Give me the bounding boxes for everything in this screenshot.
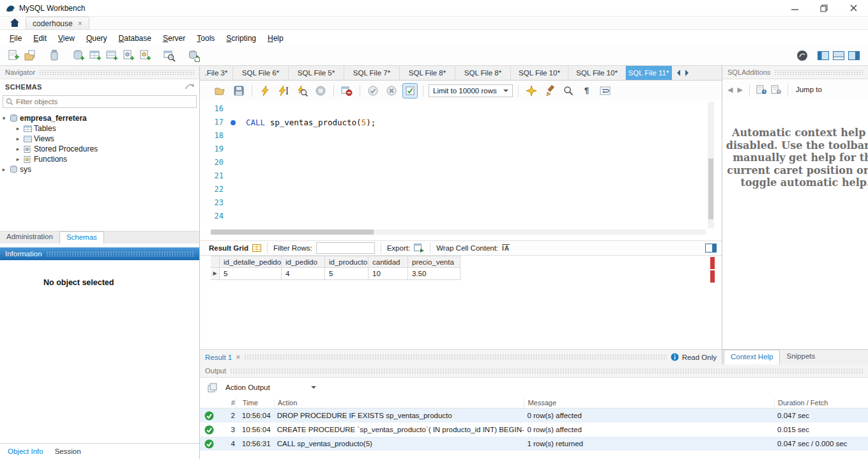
find-panel-button[interactable] (561, 83, 576, 98)
stop-execution-button[interactable] (313, 83, 328, 98)
maximize-button[interactable] (809, 0, 839, 16)
connection-tab-coderhouse[interactable]: coderhouse × (26, 17, 89, 29)
tab-snippets[interactable]: Snippets (780, 350, 821, 364)
grid-side-panel-toggle-icon[interactable] (705, 244, 717, 254)
column-header[interactable]: id_pedido (282, 256, 325, 268)
column-header[interactable]: cantidad (369, 256, 408, 268)
minimize-button[interactable] (780, 0, 809, 16)
tab-object-info[interactable]: Object Info (8, 447, 43, 455)
cell[interactable]: 10 (369, 268, 408, 280)
limit-rows-dropdown[interactable]: Limit to 10000 rows (429, 84, 513, 97)
menu-item-database[interactable]: Database (113, 32, 157, 45)
expander-collapsed-icon[interactable]: ▸ (14, 156, 22, 162)
tree-item-sys-schema[interactable]: ▸ sys (0, 164, 199, 175)
menu-item-edit[interactable]: Edit (27, 32, 52, 45)
tree-item-stored-procedures[interactable]: ▸ Stored Procedures (0, 144, 199, 154)
expander-collapsed-icon[interactable]: ▸ (14, 136, 22, 142)
expander-collapsed-icon[interactable]: ▸ (14, 146, 22, 152)
result-1-tab[interactable]: Result 1 (205, 354, 232, 361)
cell[interactable]: 5 (220, 268, 282, 280)
editor-horizontal-scrollbar[interactable] (211, 230, 706, 235)
help-forward-icon[interactable]: ▶ (737, 86, 742, 94)
column-header[interactable]: precio_venta (408, 256, 461, 268)
sql-tab-4[interactable]: SQL File 8* (400, 66, 455, 80)
tab-session[interactable]: Session (55, 447, 81, 455)
menu-item-help[interactable]: Help (262, 32, 289, 45)
export-icon[interactable] (414, 244, 424, 253)
wrap-cell-content-icon[interactable]: IA (502, 244, 510, 252)
column-header[interactable]: id_producto (325, 256, 369, 268)
menu-item-view[interactable]: View (52, 32, 80, 45)
home-tab-button[interactable] (4, 16, 26, 29)
toggle-bottom-panel-button[interactable] (832, 48, 845, 63)
tab-scroll-left-icon[interactable] (677, 70, 680, 76)
output-row[interactable]: 2 10:56:04 DROP PROCEDURE IF EXISTS sp_v… (200, 408, 868, 423)
output-row[interactable]: 4 10:56:31 CALL sp_ventas_producto(5) 1 … (200, 437, 868, 451)
close-result-icon[interactable]: × (236, 353, 240, 362)
output-type-dropdown[interactable]: Action Output (223, 381, 319, 394)
menu-item-tools[interactable]: Tools (191, 32, 220, 45)
toggle-invisible-chars-button[interactable]: ¶ (579, 83, 595, 98)
inspector-button[interactable] (46, 48, 63, 63)
sql-tab-8-active[interactable]: SQL File 11* (626, 66, 672, 80)
sql-tab-5[interactable]: SQL File 8* (455, 66, 511, 80)
editor-vertical-scrollbar[interactable] (708, 102, 714, 228)
menu-item-scripting[interactable]: Scripting (220, 32, 262, 45)
preferences-button[interactable] (794, 48, 811, 63)
commit-button[interactable] (365, 83, 381, 98)
open-sql-script-button[interactable] (22, 48, 38, 63)
sql-tab-0[interactable]: .File 3* (200, 66, 233, 80)
sql-code-editor[interactable]: 16 17 18 19 20 21 22 23 24 CALL sp_venta… (200, 100, 722, 236)
create-function-button[interactable] (137, 48, 153, 63)
sql-tab-1[interactable]: SQL File 6* (233, 66, 289, 80)
expander-collapsed-icon[interactable]: ▸ (14, 125, 22, 132)
create-view-button[interactable] (103, 48, 120, 63)
filter-rows-input[interactable] (316, 242, 375, 254)
toggle-right-sidebar-button[interactable] (848, 48, 860, 63)
output-row[interactable]: 3 10:56:04 CREATE PROCEDURE `sp_ventas_p… (200, 423, 868, 437)
close-button[interactable] (839, 0, 868, 16)
filter-objects-input[interactable] (16, 98, 194, 105)
menu-item-file[interactable]: File (4, 32, 27, 45)
expander-collapsed-icon[interactable]: ▸ (0, 166, 8, 173)
tree-item-functions[interactable]: ▸ Functions (0, 154, 199, 164)
beautify-script-button[interactable] (524, 83, 539, 98)
sql-tab-7[interactable]: SQL File 10* (568, 66, 626, 80)
menu-item-query[interactable]: Query (80, 32, 113, 45)
close-tab-icon[interactable]: × (78, 19, 82, 28)
column-header[interactable]: id_detalle_pedido (220, 256, 282, 268)
sql-tab-2[interactable]: SQL File 5* (289, 66, 344, 80)
open-script-button[interactable] (213, 83, 228, 98)
explain-plan-button[interactable] (294, 83, 310, 98)
reconnect-dbms-button[interactable] (185, 48, 202, 63)
sql-tab-3[interactable]: SQL File 7* (344, 66, 400, 80)
create-procedure-button[interactable] (120, 48, 137, 63)
expander-expanded-icon[interactable]: ▾ (0, 115, 8, 121)
refresh-schemas-icon[interactable] (185, 83, 194, 91)
cell[interactable]: 5 (325, 268, 369, 280)
search-table-data-button[interactable] (161, 48, 178, 63)
tree-item-tables[interactable]: ▸ Tables (0, 123, 199, 134)
auto-help-icon[interactable] (771, 84, 781, 95)
save-script-button[interactable] (231, 83, 247, 98)
execute-script-button[interactable] (257, 83, 273, 98)
help-back-icon[interactable]: ◀ (727, 86, 733, 94)
new-sql-tab-button[interactable] (5, 48, 22, 63)
tree-item-views[interactable]: ▸ Views (0, 134, 199, 144)
sql-tab-6[interactable]: SQL File 10* (511, 66, 568, 80)
caret-help-icon[interactable] (756, 84, 766, 95)
result-grid-row[interactable]: ▶ 5 4 5 10 3.50 (211, 268, 461, 280)
tab-schemas[interactable]: Schemas (59, 231, 104, 244)
create-table-button[interactable] (87, 48, 103, 63)
clean-up-sql-button[interactable] (542, 83, 558, 98)
toggle-left-sidebar-button[interactable] (817, 48, 830, 63)
cell[interactable]: 4 (282, 268, 325, 280)
toggle-word-wrap-button[interactable] (598, 83, 613, 98)
toggle-autocommit-button[interactable] (402, 83, 418, 98)
menu-item-server[interactable]: Server (157, 32, 191, 45)
scrollbar-thumb[interactable] (211, 230, 374, 235)
tab-administration[interactable]: Administration (0, 231, 59, 244)
execute-current-statement-button[interactable] (276, 83, 291, 98)
jump-to-button[interactable]: Jump to (796, 86, 822, 93)
create-schema-button[interactable] (70, 48, 87, 63)
